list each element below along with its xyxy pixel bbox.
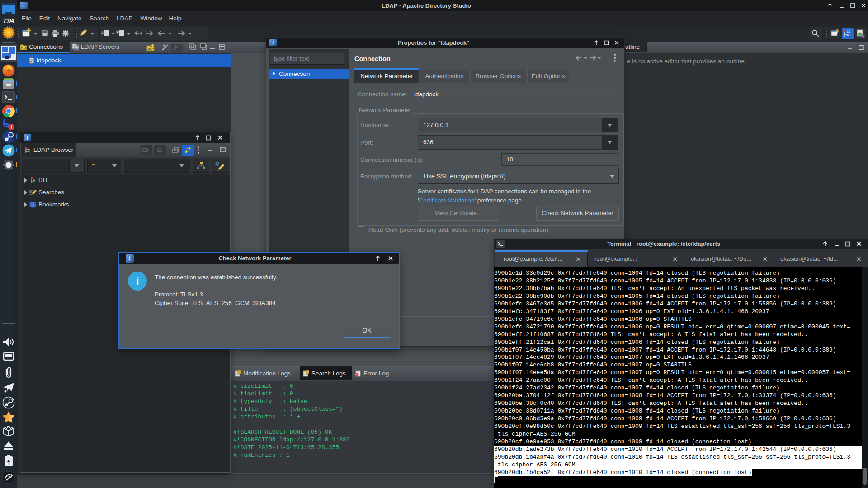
svg-text:DA: DA [28, 60, 32, 63]
svg-text:LD: LD [847, 30, 851, 33]
svg-text:AP: AP [847, 33, 851, 37]
svg-text:DAP: DAP [21, 47, 27, 50]
svg-text:Q: Q [215, 161, 219, 166]
svg-text:LDAP: LDAP [74, 47, 79, 50]
svg-text:DAP: DAP [148, 47, 154, 50]
svg-text:A: A [29, 151, 31, 153]
